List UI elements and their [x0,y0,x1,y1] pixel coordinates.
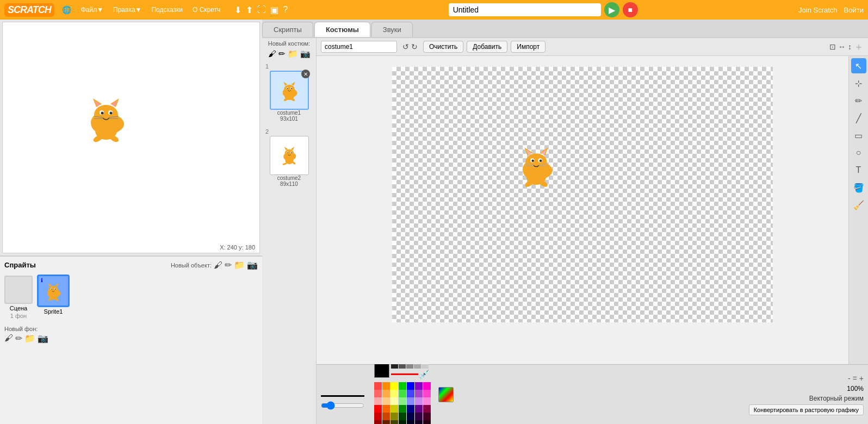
color-swatch-0-1[interactable] [382,382,390,390]
tab-costumes[interactable]: Костюмы [314,22,370,37]
color-swatch-0-5[interactable] [415,382,423,390]
crop-icon[interactable]: ⊡ [829,42,836,51]
new-bg-camera-icon[interactable]: 📷 [38,333,48,344]
ellipse-tool[interactable]: ○ [851,145,866,160]
new-costume-folder-icon[interactable]: 📁 [288,49,298,59]
color-swatch-4-3[interactable] [399,413,406,420]
project-title-input[interactable] [449,3,601,16]
color-swatch-5-0[interactable] [374,420,382,425]
new-bg-folder-icon[interactable]: 📁 [24,333,35,344]
color-swatch-1-3[interactable] [399,390,406,397]
color-swatch-1-5[interactable] [415,390,423,397]
import-button[interactable]: Импорт [511,41,545,53]
color-swatch-2-0[interactable] [374,397,382,405]
color-swatch-2-4[interactable] [407,397,414,405]
color-swatch-0-0[interactable] [374,382,382,390]
color-swatch-5-1[interactable] [382,420,390,425]
stop-button[interactable]: ■ [623,2,638,17]
join-link[interactable]: Join Scratch [798,6,838,14]
costume2-item[interactable]: 2 [264,127,314,188]
new-costume-pencil-icon[interactable]: ✏ [278,49,286,59]
upload-icon[interactable]: ⬆ [246,5,253,15]
color-swatch-5-4[interactable] [407,420,414,425]
color-swatch-0-6[interactable] [423,382,431,390]
color-swatch-3-0[interactable] [374,405,382,413]
menu-about[interactable]: О Скретч [188,4,225,16]
zoom-fit-icon[interactable]: = [853,374,857,383]
color-swatch-3-4[interactable] [407,405,414,413]
color-swatch-0-2[interactable] [390,382,398,390]
line-tool[interactable]: ╱ [851,110,866,126]
green-flag-button[interactable]: ▶ [604,2,619,17]
black-swatch[interactable] [374,363,389,378]
color-swatch-5-5[interactable] [415,420,423,425]
costume-name-input[interactable] [321,41,397,53]
color-swatch-3-3[interactable] [399,405,406,413]
new-sprite-pencil-icon[interactable]: ✏ [225,260,232,270]
color-swatch-1-1[interactable] [382,390,390,397]
reshape-tool[interactable]: ⊹ [851,76,866,91]
color-swatch-2-6[interactable] [423,397,431,405]
new-bg-pencil-icon[interactable]: ✏ [15,333,22,344]
color-swatch-1-6[interactable] [423,390,431,397]
color-swatch-5-6[interactable] [423,420,431,425]
color-swatch-1-2[interactable] [390,390,398,397]
new-sprite-camera-icon[interactable]: 📷 [247,260,258,270]
new-sprite-folder-icon[interactable]: 📁 [234,260,245,270]
color-swatch-2-3[interactable] [399,397,406,405]
color-swatch-0-3[interactable] [399,382,406,390]
redo-button[interactable]: ↻ [411,42,418,51]
color-swatch-1-0[interactable] [374,390,382,397]
help-icon[interactable]: ? [283,5,288,15]
add-button[interactable]: Добавить [467,41,507,53]
select-tool[interactable]: ↖ [851,58,866,73]
present-icon[interactable]: ▣ [270,5,278,15]
download-icon[interactable]: ⬇ [234,5,241,15]
flip-h-icon[interactable]: ↔ [838,42,846,51]
color-swatch-2-2[interactable] [390,397,398,405]
tab-sounds[interactable]: Звуки [371,22,413,37]
zoom-out-button[interactable]: - [848,374,851,383]
menu-edit[interactable]: Правка▼ [109,4,146,16]
clear-button[interactable]: Очистить [423,41,463,53]
color-swatch-0-4[interactable] [407,382,414,390]
dropper-icon[interactable]: 💉 [419,369,430,379]
tab-scripts[interactable]: Скрипты [262,22,313,37]
new-bg-paint-icon[interactable]: 🖌 [4,333,13,344]
costume1-item[interactable]: 1 ✕ [264,62,314,123]
color-swatch-4-5[interactable] [415,413,423,420]
sign-in-link[interactable]: Войти [844,6,864,14]
menu-tips[interactable]: Подсказки [147,4,187,16]
color-swatch-3-2[interactable] [390,405,398,413]
stroke-slider[interactable] [321,401,364,410]
rect-tool[interactable]: ▭ [851,128,866,143]
globe-icon[interactable]: 🌐 [62,5,71,14]
new-costume-camera-icon[interactable]: 📷 [300,49,311,59]
new-costume-paint-icon[interactable]: 🖌 [268,49,276,59]
color-swatch-3-6[interactable] [423,405,431,413]
menu-file[interactable]: Файл▼ [77,4,108,16]
special-swatch[interactable] [438,387,454,402]
color-swatch-3-1[interactable] [382,405,390,413]
sprite-info-icon[interactable]: ℹ [41,277,43,283]
color-swatch-4-2[interactable] [390,413,398,420]
new-sprite-paint-icon[interactable]: 🖌 [214,260,222,270]
fill-tool[interactable]: 🪣 [851,180,866,195]
color-swatch-3-5[interactable] [415,405,423,413]
color-swatch-4-1[interactable] [382,413,390,420]
add-canvas-icon[interactable]: ＋ [854,40,864,53]
color-swatch-5-2[interactable] [390,420,398,425]
color-swatch-4-4[interactable] [407,413,414,420]
fullscreen-icon[interactable]: ⛶ [257,5,266,15]
color-swatch-4-0[interactable] [374,413,382,420]
color-swatch-2-1[interactable] [382,397,390,405]
undo-button[interactable]: ↺ [402,42,409,51]
sprite1-item[interactable]: ℹ [37,275,70,320]
text-tool[interactable]: T [851,163,866,178]
color-swatch-2-5[interactable] [415,397,423,405]
zoom-in-button[interactable]: + [859,374,864,383]
color-swatch-4-6[interactable] [423,413,431,420]
scene-item[interactable]: Сцена 1 фон [3,275,34,320]
flip-v-icon[interactable]: ↕ [848,42,852,51]
eraser-tool[interactable]: 🧹 [851,197,866,213]
